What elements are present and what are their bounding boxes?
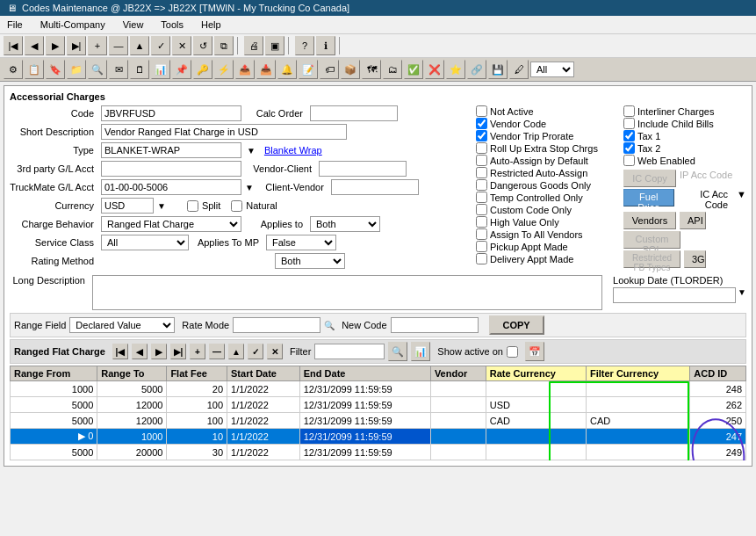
natural-checkbox[interactable]	[231, 200, 242, 212]
calendar-btn[interactable]: 📅	[525, 342, 544, 361]
rfc-last-btn[interactable]: ▶|	[170, 344, 186, 359]
web-enabled-cb[interactable]	[623, 155, 635, 166]
x-btn[interactable]: ✕	[172, 36, 191, 55]
info-btn[interactable]: ℹ	[316, 36, 335, 55]
menu-view[interactable]: View	[119, 18, 148, 32]
tb2-btn21[interactable]: ❌	[425, 60, 444, 79]
filter-dropdown[interactable]: All	[530, 62, 574, 77]
table-row[interactable]: 1000 5000 20 1/1/2022 12/31/2099 11:59:5…	[11, 381, 746, 397]
rfc-prev-btn[interactable]: ◀	[132, 344, 148, 359]
check-btn[interactable]: ✓	[151, 36, 170, 55]
tb2-btn6[interactable]: ✉	[109, 60, 128, 79]
fuel-price-btn[interactable]: Fuel Price	[623, 189, 674, 206]
tb2-btn12[interactable]: 📤	[235, 60, 255, 79]
refresh-btn[interactable]: ↺	[193, 36, 212, 55]
nav-next-btn[interactable]: ▶	[46, 36, 65, 55]
tb2-btn10[interactable]: 🔑	[193, 60, 212, 79]
auto-assign-cb[interactable]	[476, 155, 487, 166]
help-btn[interactable]: ?	[295, 36, 314, 55]
copy-btn[interactable]: COPY	[489, 315, 544, 335]
interliner-cb[interactable]	[623, 105, 635, 117]
tb2-btn9[interactable]: 📌	[172, 60, 191, 79]
rating-method-select[interactable]: Both	[275, 253, 345, 269]
ic-copy-btn[interactable]: IC Copy	[623, 170, 676, 187]
menu-file[interactable]: File	[4, 18, 26, 32]
tb2-btn17[interactable]: 📦	[341, 60, 360, 79]
rfc-first-btn[interactable]: |◀	[112, 344, 128, 359]
custom-code-cb[interactable]	[476, 204, 487, 215]
menu-multicompany[interactable]: Multi-Company	[37, 18, 109, 32]
pickup-appt-cb[interactable]	[476, 241, 487, 252]
dangerous-cb[interactable]	[476, 179, 487, 191]
assign-all-vendors-cb[interactable]	[476, 228, 487, 240]
tb2-btn5[interactable]: 🔍	[88, 60, 107, 79]
nav-last-btn[interactable]: ▶|	[67, 36, 86, 55]
table-row[interactable]: 5000 12000 100 1/1/2022 12/31/2099 11:59…	[11, 397, 746, 413]
long-desc-textarea[interactable]	[92, 275, 602, 310]
filter-icon-btn[interactable]: 📊	[411, 342, 430, 361]
rate-mode-input[interactable]	[233, 317, 320, 333]
filter-input[interactable]	[314, 344, 385, 359]
custom-sql-btn[interactable]: Custom SQL	[623, 231, 680, 249]
rfc-next-btn[interactable]: ▶	[151, 344, 167, 359]
vendor-client-input[interactable]	[319, 161, 407, 177]
vendor-trip-cb[interactable]	[476, 130, 487, 141]
third-party-input[interactable]	[101, 161, 241, 177]
three-g-btn[interactable]: 3G	[684, 250, 706, 268]
nav-first-btn[interactable]: |◀	[4, 36, 23, 55]
temp-controlled-cb[interactable]	[476, 192, 487, 203]
screen-btn[interactable]: ▣	[265, 36, 284, 55]
tb2-btn14[interactable]: 🔔	[277, 60, 297, 79]
menu-help[interactable]: Help	[198, 18, 225, 32]
lookup-date-input[interactable]	[613, 287, 736, 303]
applies-to-mp-select[interactable]: False	[266, 235, 336, 250]
nav-prev-btn[interactable]: ◀	[25, 36, 44, 55]
currency-input[interactable]	[101, 198, 154, 214]
truckmate-input[interactable]	[101, 179, 241, 195]
restricted-auto-cb[interactable]	[476, 167, 487, 178]
calc-order-input[interactable]	[310, 105, 398, 121]
delivery-appt-cb[interactable]	[476, 253, 487, 264]
tax1-cb[interactable]	[623, 130, 635, 141]
table-row[interactable]: 5000 20000 30 1/1/2022 12/31/2099 11:59:…	[11, 445, 746, 460]
range-field-select[interactable]: Declared Value	[69, 317, 175, 333]
tb2-btn15[interactable]: 📝	[299, 60, 318, 79]
applies-to-select[interactable]: Both	[310, 216, 380, 232]
table-row[interactable]: ▶ 0 1000 10 1/1/2022 12/31/2099 11:59:59…	[11, 429, 746, 445]
charge-behavior-select[interactable]: Ranged Flat Charge	[101, 216, 241, 232]
api-btn[interactable]: API	[680, 212, 706, 229]
client-vendor-input[interactable]	[331, 179, 419, 195]
code-input[interactable]	[101, 105, 241, 121]
not-active-cb[interactable]	[476, 105, 487, 117]
split-checkbox[interactable]	[187, 200, 198, 212]
tb2-btn11[interactable]: ⚡	[214, 60, 234, 79]
vendors-btn[interactable]: Vendors	[623, 212, 676, 229]
blanket-wrap-link[interactable]: Blanket Wrap	[264, 145, 322, 156]
add-btn[interactable]: +	[88, 36, 107, 55]
new-code-input[interactable]	[391, 317, 479, 333]
rfc-x-btn[interactable]: ✕	[267, 344, 283, 359]
rfc-add-btn[interactable]: +	[190, 344, 205, 359]
tb2-btn24[interactable]: 💾	[488, 60, 508, 79]
tb2-btn2[interactable]: 📋	[25, 60, 44, 79]
menu-tools[interactable]: Tools	[157, 18, 187, 32]
rfc-del-btn[interactable]: —	[209, 344, 225, 359]
tb2-btn19[interactable]: 🗂	[383, 60, 402, 79]
tb2-btn3[interactable]: 🔖	[46, 60, 65, 79]
rfc-up-btn[interactable]: ▲	[228, 344, 244, 359]
tb2-btn1[interactable]: ⚙	[4, 60, 23, 79]
type-input[interactable]	[101, 142, 241, 158]
short-desc-input[interactable]	[101, 124, 347, 140]
copy2-btn[interactable]: ⧉	[214, 36, 234, 55]
print-btn[interactable]: 🖨	[244, 36, 263, 55]
tb2-btn16[interactable]: 🏷	[320, 60, 339, 79]
high-value-cb[interactable]	[476, 216, 487, 228]
filter-search-btn[interactable]: 🔍	[388, 342, 407, 361]
tb2-btn13[interactable]: 📥	[256, 60, 276, 79]
tb2-btn4[interactable]: 📁	[67, 60, 86, 79]
tb2-btn8[interactable]: 📊	[151, 60, 170, 79]
tb2-btn20[interactable]: ✅	[404, 60, 423, 79]
restricted-fb-btn[interactable]: Restricted FB Types	[623, 250, 680, 268]
tb2-btn22[interactable]: ⭐	[446, 60, 465, 79]
tax2-cb[interactable]	[623, 142, 635, 154]
